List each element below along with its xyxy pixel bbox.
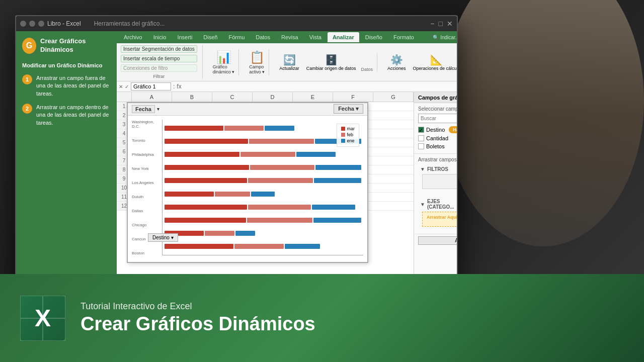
ejes-icon: ▼ bbox=[420, 202, 425, 207]
legend-mar-label: mar bbox=[347, 126, 355, 131]
actualizar-btn[interactable]: 🔄 Actualizar bbox=[277, 53, 301, 72]
ribbon-content: Insertar Segmentación de datos Insertar … bbox=[117, 43, 458, 81]
y-label-5: Duluth bbox=[132, 195, 160, 199]
y-label-8: Philadelphia bbox=[132, 152, 160, 157]
fecha-button[interactable]: Fecha ▾ bbox=[334, 104, 363, 114]
grid-area: A B C D E F G 1 2D 3B 4C 5C bbox=[117, 92, 414, 296]
bar-row-9 bbox=[165, 138, 361, 144]
campo-boletos: Boletos bbox=[418, 142, 458, 150]
bar-ene-1 bbox=[285, 244, 320, 249]
formula-input[interactable] bbox=[184, 83, 458, 89]
minimize-icon[interactable]: − bbox=[430, 20, 434, 28]
bottom-subtitle: Tutorial Interactivo de Excel bbox=[80, 301, 315, 312]
insert-time-btn[interactable]: Insertar escala de tiempo bbox=[121, 55, 197, 62]
maximize-icon[interactable]: □ bbox=[439, 20, 443, 28]
cancel-icon[interactable]: ✕ bbox=[119, 84, 123, 89]
tab-datos[interactable]: Datos bbox=[251, 32, 275, 42]
insert-seg-btn[interactable]: Insertar Segmentación de datos bbox=[121, 45, 197, 53]
title-bar: Libro - Excel Herramientas del gráfico..… bbox=[16, 16, 457, 31]
grafico-dinamico-btn[interactable]: 📊 Gráficodinámico ▾ bbox=[211, 49, 239, 75]
acciones-btn[interactable]: ⚙️ Acciones bbox=[385, 53, 408, 72]
excel-grid-bg bbox=[20, 296, 65, 341]
legend-feb-label: feb bbox=[347, 132, 354, 137]
tab-diseno[interactable]: Diseño bbox=[360, 32, 387, 42]
tab-vista[interactable]: Vista bbox=[304, 32, 327, 42]
excel-window: Libro - Excel Herramientas del gráfico..… bbox=[15, 15, 458, 297]
bottom-title: Crear Gráficos Dinámicos bbox=[80, 314, 315, 335]
campos-title: Campos de gráfico ... bbox=[418, 95, 458, 101]
drag-section-label: Arrastrar campos entre las áreas siguien… bbox=[418, 157, 458, 162]
window-close-btn[interactable] bbox=[20, 21, 26, 27]
bar-feb-2 bbox=[205, 231, 234, 236]
bar-row-3 bbox=[165, 217, 361, 223]
main-area: A B C D E F G 1 2D 3B 4C 5C bbox=[117, 92, 458, 296]
chart-title[interactable]: Fecha bbox=[132, 105, 155, 113]
tab-inserti[interactable]: Inserti bbox=[172, 32, 197, 42]
campo-boletos-checkbox[interactable] bbox=[418, 143, 424, 149]
actualizar-button[interactable]: ACTUALIZ... bbox=[418, 236, 458, 245]
excel-app: G Crear Gráficos Dinámicos Modificar un … bbox=[16, 31, 457, 296]
chart-dropdown-icon[interactable]: ▾ bbox=[157, 107, 159, 112]
campo-destino-checkbox[interactable]: ✓ bbox=[418, 127, 424, 133]
chart-container: Fecha ▾ Fecha ▾ Washington, D.C. Toronto… bbox=[127, 102, 368, 263]
cambiar-origen-btn[interactable]: 🗄️ Cambiar origen de datos bbox=[304, 53, 358, 72]
bar-feb-4 bbox=[248, 205, 311, 210]
legend-mar-dot bbox=[341, 127, 345, 131]
step-1: 1 Arrastrar un campo fuera de una de las… bbox=[22, 74, 111, 98]
close-icon[interactable]: ✕ bbox=[447, 20, 453, 28]
grid-cell-1 bbox=[20, 296, 43, 318]
campos-search-input[interactable] bbox=[421, 116, 458, 121]
bar-row-4 bbox=[165, 204, 361, 210]
campos-field-list: ✓ Destino Hacer Clic Aquí Cantidad bbox=[418, 125, 458, 150]
name-box[interactable]: Gráfico 1 bbox=[131, 82, 171, 90]
filtros-label: FILTROS bbox=[427, 166, 448, 172]
excel-main: Archivo Inicio Inserti Diseñ Fórmu Datos… bbox=[117, 31, 458, 296]
tab-analizar[interactable]: Analizar bbox=[328, 32, 359, 42]
tab-inicio[interactable]: Inicio bbox=[148, 32, 172, 42]
bar-mar-9 bbox=[165, 139, 248, 144]
bar-row-2 bbox=[165, 230, 361, 236]
sidebar-title: Crear Gráficos Dinámicos bbox=[40, 37, 111, 54]
hacer-clic-badge[interactable]: Hacer Clic Aquí bbox=[449, 126, 458, 133]
filtros-drop-zone[interactable] bbox=[422, 174, 458, 189]
ribbon-datos-group: 🔄 Actualizar 🗄️ Cambiar origen de datos … bbox=[277, 53, 377, 72]
window-min-btn[interactable] bbox=[29, 21, 35, 27]
campo-destino: ✓ Destino Hacer Clic Aquí bbox=[418, 125, 458, 134]
legend-mar: mar bbox=[341, 126, 355, 131]
tab-formu[interactable]: Fórmu bbox=[223, 32, 250, 42]
bar-mar-10 bbox=[165, 126, 223, 131]
legend-feb: feb bbox=[341, 132, 355, 137]
ribbon-filtrar-group: Insertar Segmentación de datos Insertar … bbox=[121, 45, 203, 79]
campo-cantidad-checkbox[interactable] bbox=[418, 135, 424, 141]
bar-feb-9 bbox=[249, 139, 314, 144]
operaciones-btn[interactable]: 📐 Operaciones de cálculo bbox=[411, 53, 458, 72]
tab-disen[interactable]: Diseñ bbox=[198, 32, 222, 42]
area-filtros: ▼ FILTROS bbox=[420, 166, 458, 197]
col-b: B bbox=[172, 92, 212, 102]
campos-header: Campos de gráfico ... ⚙ ✕ bbox=[414, 92, 458, 103]
connections-btn: Conexiones de filtro bbox=[121, 64, 197, 72]
tab-archivo[interactable]: Archivo bbox=[119, 32, 147, 42]
chart-legend: mar feb ene bbox=[337, 124, 360, 147]
col-d: D bbox=[253, 92, 293, 102]
tab-revisa[interactable]: Revisa bbox=[276, 32, 303, 42]
y-label-10: Washington, D.C. bbox=[132, 120, 160, 129]
window-max-btn[interactable] bbox=[38, 21, 44, 27]
bar-mar-1 bbox=[165, 244, 233, 249]
bar-feb-1 bbox=[234, 244, 284, 249]
legend-ene: ene bbox=[341, 138, 355, 143]
destino-button[interactable]: Destino ▾ bbox=[148, 233, 178, 242]
campo-activo-btn[interactable]: 📋 Campoactivo ▾ bbox=[247, 49, 269, 75]
area-ejes: ▼ EJES (CATEGO... Arrastrar Aquí bbox=[420, 199, 458, 229]
bar-row-6 bbox=[165, 177, 361, 184]
tab-formato[interactable]: Formato bbox=[388, 32, 419, 42]
ejes-drop-zone[interactable]: Arrastrar Aquí bbox=[422, 212, 458, 227]
chart-bars bbox=[163, 120, 363, 255]
confirm-icon[interactable]: ✓ bbox=[125, 84, 129, 89]
y-label-9: Toronto bbox=[132, 138, 160, 143]
bar-mar-7 bbox=[165, 165, 249, 170]
legend-feb-dot bbox=[341, 133, 345, 137]
campo-cantidad-label: Cantidad bbox=[426, 135, 448, 141]
logo-icon: G bbox=[22, 38, 36, 54]
col-e: E bbox=[293, 92, 333, 102]
